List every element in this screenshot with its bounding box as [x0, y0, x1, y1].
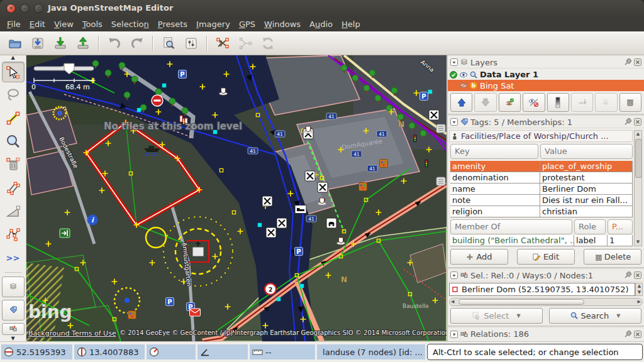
edit-tag-button[interactable]: Edit [517, 249, 575, 265]
lasso-tool-button[interactable] [2, 85, 25, 106]
menu-selection[interactable]: Selection [107, 18, 153, 30]
scroll-down-icon[interactable]: ▼ [635, 239, 641, 246]
layer-move-up-button[interactable] [450, 93, 472, 112]
dropdown-arrow-icon[interactable]: ▼ [616, 313, 620, 319]
toggle-tags-panel-button[interactable] [2, 300, 25, 321]
collapse-icon[interactable] [450, 58, 458, 66]
member-of-column-header[interactable]: Member Of [450, 219, 572, 234]
selection-list[interactable]: Berliner Dom (52.5190735, 13.4010752) [449, 283, 635, 296]
selection-vscroll[interactable]: ▲ ▼ [635, 283, 643, 296]
scroll-left-icon[interactable]: ◀ [451, 299, 454, 304]
layer-merge-button[interactable] [571, 93, 593, 112]
expand-icon[interactable] [450, 331, 458, 338]
tag-key[interactable]: religion [450, 206, 540, 217]
selection-hscroll[interactable]: ◀ ▶ [449, 298, 643, 306]
undo-button[interactable] [104, 34, 125, 53]
extrude-tool-button[interactable] [2, 201, 25, 222]
menu-gps[interactable]: GPS [235, 18, 260, 30]
tag-key[interactable]: note [450, 195, 540, 206]
search-button[interactable] [158, 34, 179, 53]
close-icon[interactable] [634, 272, 641, 279]
pin-icon[interactable] [624, 58, 631, 66]
menu-edit[interactable]: Edit [25, 18, 50, 30]
collapse-icon[interactable] [450, 272, 458, 279]
collapse-icon[interactable] [450, 118, 458, 126]
layer-activate-button[interactable] [499, 93, 521, 112]
key-column-header[interactable]: Key [450, 144, 538, 159]
toolbar-scroll-up-icon[interactable]: ▲ [11, 55, 14, 60]
menu-tools[interactable]: Tools [78, 18, 107, 30]
layer-move-down-button[interactable] [474, 93, 496, 112]
role-column-header[interactable]: Role [574, 219, 606, 234]
close-icon[interactable] [634, 331, 641, 338]
map-side-toggle2-icon[interactable] [436, 177, 445, 185]
layer-row-bing[interactable]: Bing Sat [448, 80, 644, 91]
visible-eye-icon[interactable] [460, 71, 467, 79]
split-way-button[interactable] [213, 34, 233, 53]
tags-scrollbar[interactable]: ▲ ▼ [634, 130, 642, 246]
layer-duplicate-button[interactable] [595, 93, 617, 112]
update-data-button[interactable] [258, 34, 278, 53]
toggle-selection-panel-button[interactable] [2, 323, 25, 335]
maximize-window-button[interactable]: ▫ [34, 4, 43, 13]
tag-key[interactable]: amenity [450, 161, 540, 172]
menu-file[interactable]: File [3, 18, 25, 30]
menu-view[interactable]: View [50, 18, 78, 30]
close-window-button[interactable]: ✕ [6, 4, 16, 13]
membership-relation[interactable]: building ("Berlin Cathedral", ... [450, 235, 574, 246]
tag-value[interactable]: Berliner Dom [540, 184, 633, 195]
scroll-down-icon[interactable]: ▼ [636, 289, 643, 296]
delete-tag-button[interactable]: Delete [584, 249, 641, 265]
delete-tool-button[interactable] [2, 155, 25, 175]
hscroll-thumb[interactable] [458, 299, 584, 305]
scroll-right-icon[interactable]: ▶ [638, 299, 641, 304]
redo-button[interactable] [127, 34, 147, 53]
layer-opacity-button[interactable] [547, 93, 569, 112]
pin-icon[interactable] [624, 272, 631, 279]
tag-key[interactable]: denomination [450, 172, 540, 184]
scroll-up-icon[interactable]: ▲ [635, 131, 641, 138]
menu-help[interactable]: Help [337, 18, 365, 30]
close-icon[interactable] [634, 58, 641, 66]
pin-icon[interactable] [624, 331, 631, 338]
value-column-header[interactable]: Value [540, 144, 633, 159]
layer-delete-button[interactable] [619, 93, 641, 112]
preset-link[interactable]: Facilities/Place of Worship/Church ... [449, 130, 633, 142]
pin-icon[interactable] [624, 118, 631, 126]
terms-of-use-link[interactable]: Background Terms of Use [28, 329, 116, 337]
layer-row-data[interactable]: Data Layer 1 [448, 69, 644, 80]
toggle-layers-panel-button[interactable] [2, 277, 25, 297]
position-column-header[interactable]: P... [608, 219, 633, 234]
tag-value[interactable]: place_of_worship [540, 161, 633, 172]
improve-way-accuracy-tool-button[interactable] [2, 224, 25, 245]
membership-position[interactable]: 1 [608, 235, 633, 246]
menu-imagery[interactable]: Imagery [192, 18, 235, 30]
add-tag-button[interactable]: Add [450, 249, 508, 265]
menu-presets[interactable]: Presets [153, 18, 192, 30]
parallel-way-tool-button[interactable] [2, 178, 25, 199]
select-tool-button[interactable] [2, 62, 25, 82]
selection-item[interactable]: Berliner Dom (52.5190735, 13.4010752) [462, 285, 629, 294]
membership-role[interactable]: label [574, 235, 608, 246]
dropdown-arrow-icon[interactable]: ▼ [516, 313, 520, 319]
menu-windows[interactable]: Windows [260, 18, 305, 30]
toolbar-scroll-down-icon[interactable]: ▼ [11, 336, 14, 341]
map-side-toggle-icon[interactable] [436, 124, 445, 133]
zoom-tool-button[interactable] [2, 131, 25, 152]
tag-value[interactable]: christian [540, 206, 633, 217]
hidden-eye-icon[interactable] [460, 82, 467, 89]
tag-value[interactable]: protestant [540, 172, 633, 184]
search-button[interactable]: Search ▼ [549, 308, 641, 324]
open-file-button[interactable] [5, 34, 25, 53]
combine-way-button[interactable] [235, 34, 255, 53]
download-data-button[interactable] [50, 34, 70, 53]
layer-visibility-button[interactable] [523, 93, 545, 112]
tag-value[interactable]: Dies ist nur ein Fall... [540, 195, 633, 206]
select-button[interactable]: Select ▼ [450, 308, 543, 324]
menu-audio[interactable]: Audio [305, 18, 337, 30]
save-button[interactable] [28, 34, 48, 53]
more-tools-button[interactable]: >> [2, 248, 25, 268]
close-icon[interactable] [634, 118, 641, 126]
draw-nodes-tool-button[interactable] [2, 108, 25, 129]
upload-data-button[interactable] [73, 34, 93, 53]
